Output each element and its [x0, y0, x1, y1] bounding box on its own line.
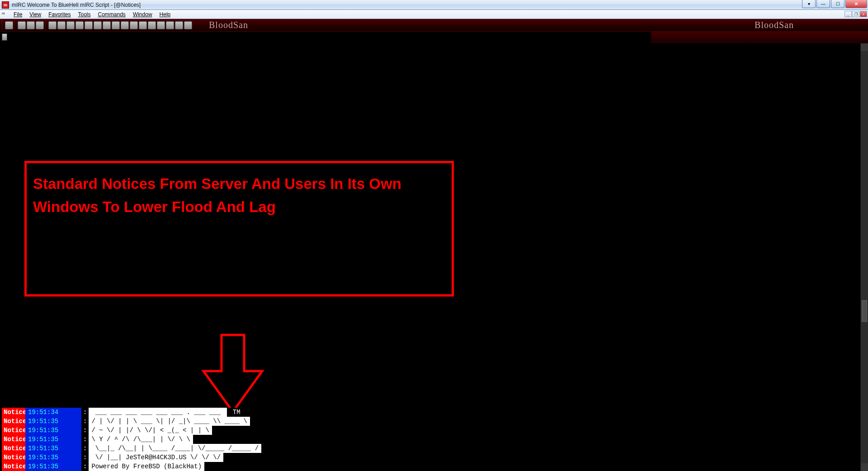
- notice-label: Notice: [2, 462, 25, 471]
- separator-icon: :: [81, 444, 89, 453]
- toolbar-button[interactable]: [18, 21, 26, 29]
- toolbar-button[interactable]: [184, 21, 192, 29]
- notice-message: ___ ___ ___ ___ ___ ___ . ___ ___ TM: [89, 408, 242, 417]
- mdi-controls: _ ❐ x: [844, 11, 867, 17]
- annotation-box: Standard Notices From Server And Users I…: [24, 161, 454, 297]
- notice-row: Notice19:51:35 *status: \/ |__| JeSTeR@H…: [2, 453, 261, 462]
- toolbar-button[interactable]: [36, 21, 44, 29]
- notice-message-highlight: / ~ \/ | |/ \ \/| < _(_ < | | \: [89, 426, 212, 435]
- toolbar-separator-icon: [14, 20, 16, 30]
- notice-timestamp: 19:51:35 *status: [25, 435, 81, 444]
- notice-row: Notice19:51:35 *status:Powered By FreeBS…: [2, 462, 261, 471]
- toolbar-button[interactable]: [48, 21, 57, 29]
- menu-window[interactable]: Window: [129, 10, 156, 19]
- minimize-alt-button[interactable]: ▾: [802, 0, 816, 8]
- decorative-gradient: [651, 32, 868, 43]
- brand-logo-left: BloodSan: [198, 20, 259, 30]
- notice-message-highlight: \/ |__| JeSTeR@H4CK3D.US \/ \/ \/: [89, 453, 223, 462]
- toolbar-button[interactable]: [5, 21, 13, 29]
- menu-favorites[interactable]: Favorites: [45, 10, 74, 19]
- notice-row: Notice19:51:35 *status:/ ~ \/ | |/ \ \/|…: [2, 426, 261, 435]
- notice-message: / | \/ | | \ ___ \| |/ _|\ ____ \\ ____ …: [89, 417, 250, 426]
- notice-label: Notice: [2, 417, 25, 426]
- notice-message-highlight: / | \/ | | \ ___ \| |/ _|\ ____ \\ ____ …: [89, 417, 250, 426]
- notice-message: \ Y / ^ /\ /\___| | \/ \ \: [89, 435, 193, 444]
- notice-row: Notice19:51:35 *status: \__|_ /\__| | \_…: [2, 444, 261, 453]
- mdi-close-button[interactable]: x: [860, 11, 867, 17]
- menu-commands[interactable]: Commands: [94, 10, 129, 19]
- toolbar-button[interactable]: [130, 21, 138, 29]
- toolbar-grip-icon: [2, 20, 4, 30]
- notice-timestamp: 19:51:35 *status: [25, 417, 81, 426]
- notice-message-highlight: \__|_ /\__| | \____ /____| \/_____ /____…: [89, 444, 261, 453]
- notice-message-plain: TM: [227, 408, 242, 417]
- close-button[interactable]: ✕: [845, 0, 867, 8]
- vertical-scrollbar[interactable]: [860, 43, 868, 471]
- notices-window: Standard Notices From Server And Users I…: [0, 43, 868, 471]
- window-title: mIRC Welcome To BlueHell mIRC Script - […: [12, 2, 141, 8]
- switchbar: [0, 32, 868, 43]
- notice-message-highlight: Powered By FreeBSD (BlackHat): [89, 462, 204, 471]
- toolbar-button[interactable]: [66, 21, 75, 29]
- toolbar-button[interactable]: [121, 21, 129, 29]
- menu-help[interactable]: Help: [156, 10, 175, 19]
- annotation-text: Standard Notices From Server And Users I…: [33, 172, 445, 218]
- notice-label: Notice: [2, 444, 25, 453]
- notice-timestamp: 19:51:35 *status: [25, 462, 81, 471]
- toolbar-button[interactable]: [157, 21, 165, 29]
- separator-icon: :: [81, 453, 89, 462]
- window-controls: ▾ — ☐ ✕: [802, 0, 867, 8]
- menu-bar: m File View Favorites Tools Commands Win…: [0, 10, 868, 19]
- notice-timestamp: 19:51:35 *status: [25, 426, 81, 435]
- brand-logo-right: BloodSan: [744, 20, 805, 30]
- mdi-restore-button[interactable]: ❐: [852, 11, 859, 17]
- notice-label: Notice: [2, 408, 25, 417]
- notice-message: Powered By FreeBSD (BlackHat): [89, 462, 204, 471]
- toolbar-button[interactable]: [27, 21, 35, 29]
- toolbar-button[interactable]: [75, 21, 84, 29]
- notice-message: \__|_ /\__| | \____ /____| \/_____ /____…: [89, 444, 261, 453]
- notice-message: \/ |__| JeSTeR@H4CK3D.US \/ \/ \/: [89, 453, 223, 462]
- toolbar-button[interactable]: [112, 21, 120, 29]
- toolbar-separator-icon: [45, 20, 47, 30]
- menu-view[interactable]: View: [26, 10, 45, 19]
- switchbar-button[interactable]: [2, 33, 7, 41]
- notice-timestamp: 19:51:35 *status: [25, 453, 81, 462]
- toolbar-button[interactable]: [57, 21, 66, 29]
- notice-timestamp: 19:51:34 *status: [25, 408, 81, 417]
- toolbar-button[interactable]: [94, 21, 102, 29]
- toolbar-button[interactable]: [148, 21, 156, 29]
- separator-icon: :: [81, 417, 89, 426]
- minimize-button[interactable]: —: [816, 0, 830, 8]
- scrollbar-thumb[interactable]: [862, 300, 867, 322]
- menu-tools[interactable]: Tools: [75, 10, 94, 19]
- mdi-icon[interactable]: m: [2, 11, 8, 18]
- notice-label: Notice: [2, 435, 25, 444]
- menu-file[interactable]: File: [10, 10, 26, 19]
- notice-row: Notice19:51:35 *status:/ | \/ | | \ ___ …: [2, 417, 261, 426]
- notices-log: Notice19:51:34 *status: ___ ___ ___ ___ …: [2, 408, 261, 471]
- separator-icon: :: [81, 462, 89, 471]
- toolbar-button[interactable]: [139, 21, 147, 29]
- notice-row: Notice19:51:35 *status:\ Y / ^ /\ /\___|…: [2, 435, 261, 444]
- window-titlebar: m mIRC Welcome To BlueHell mIRC Script -…: [0, 0, 868, 10]
- notice-message-highlight: ___ ___ ___ ___ ___ ___ . ___ ___: [89, 408, 227, 417]
- toolbar-button[interactable]: [175, 21, 183, 29]
- toolbar-button[interactable]: [103, 21, 111, 29]
- mdi-minimize-button[interactable]: _: [844, 11, 852, 17]
- toolbar-button[interactable]: [166, 21, 174, 29]
- separator-icon: :: [81, 435, 89, 444]
- notice-timestamp: 19:51:35 *status: [25, 444, 81, 453]
- notice-row: Notice19:51:34 *status: ___ ___ ___ ___ …: [2, 408, 261, 417]
- notice-message: / ~ \/ | |/ \ \/| < _(_ < | | \: [89, 426, 212, 435]
- separator-icon: :: [81, 426, 89, 435]
- toolbar-button[interactable]: [85, 21, 93, 29]
- maximize-button[interactable]: ☐: [831, 0, 844, 8]
- down-arrow-icon: [199, 333, 267, 414]
- notice-label: Notice: [2, 426, 25, 435]
- separator-icon: :: [81, 408, 89, 417]
- notice-label: Notice: [2, 453, 25, 462]
- app-icon: m: [2, 1, 9, 9]
- toolbar: BloodSan BloodSan: [0, 19, 868, 32]
- notice-message-highlight: \ Y / ^ /\ /\___| | \/ \ \: [89, 435, 193, 444]
